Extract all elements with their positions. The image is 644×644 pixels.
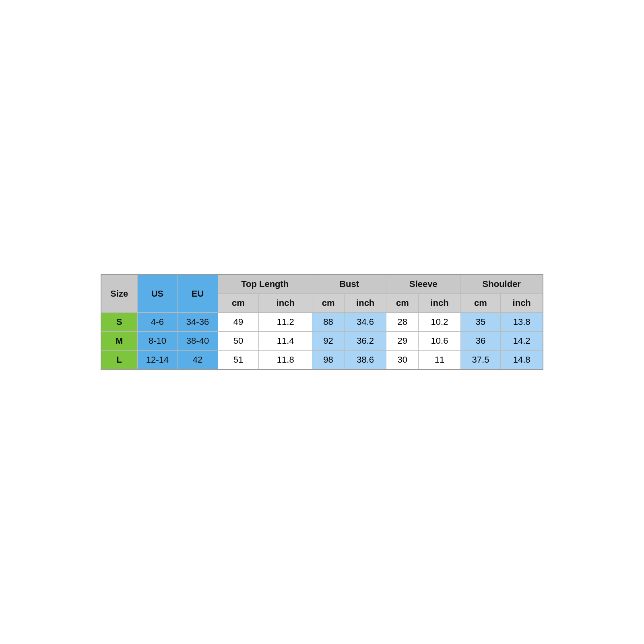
cell-sleeve-cm-0: 28 xyxy=(386,313,419,332)
cell-us-2: 12-14 xyxy=(137,351,178,370)
cell-toplength-inch-2: 11.8 xyxy=(259,351,312,370)
cell-size-0: S xyxy=(101,313,137,332)
header-bust: Bust xyxy=(312,275,386,294)
cell-sleeve-inch-1: 10.6 xyxy=(419,332,460,351)
cell-toplength-cm-2: 51 xyxy=(218,351,259,370)
cell-sleeve-cm-2: 30 xyxy=(386,351,419,370)
cell-bust-inch-0: 34.6 xyxy=(345,313,386,332)
cell-shoulder-cm-1: 36 xyxy=(460,332,501,351)
cell-toplength-cm-0: 49 xyxy=(218,313,259,332)
subheader-toplength-inch: inch xyxy=(259,294,312,313)
subheader-shoulder-inch: inch xyxy=(501,294,543,313)
cell-eu-2: 42 xyxy=(178,351,218,370)
size-chart-table: Size US EU Top Length Bust Sleeve Should… xyxy=(101,274,543,370)
cell-sleeve-cm-1: 29 xyxy=(386,332,419,351)
subheader-sleeve-cm: cm xyxy=(386,294,419,313)
cell-bust-cm-2: 98 xyxy=(312,351,345,370)
cell-bust-cm-1: 92 xyxy=(312,332,345,351)
cell-eu-1: 38-40 xyxy=(178,332,218,351)
cell-bust-inch-1: 36.2 xyxy=(345,332,386,351)
subheader-toplength-cm: cm xyxy=(218,294,259,313)
cell-sleeve-inch-0: 10.2 xyxy=(419,313,460,332)
cell-shoulder-inch-1: 14.2 xyxy=(501,332,543,351)
subheader-bust-cm: cm xyxy=(312,294,345,313)
header-sleeve: Sleeve xyxy=(386,275,460,294)
cell-size-1: M xyxy=(101,332,137,351)
cell-eu-0: 34-36 xyxy=(178,313,218,332)
header-eu: EU xyxy=(178,275,218,313)
cell-toplength-inch-0: 11.2 xyxy=(259,313,312,332)
cell-bust-cm-0: 88 xyxy=(312,313,345,332)
cell-sleeve-inch-2: 11 xyxy=(419,351,460,370)
cell-us-0: 4-6 xyxy=(137,313,178,332)
cell-bust-inch-2: 38.6 xyxy=(345,351,386,370)
cell-us-1: 8-10 xyxy=(137,332,178,351)
cell-shoulder-inch-0: 13.8 xyxy=(501,313,543,332)
cell-size-2: L xyxy=(101,351,137,370)
cell-toplength-inch-1: 11.4 xyxy=(259,332,312,351)
subheader-shoulder-cm: cm xyxy=(460,294,501,313)
subheader-sleeve-inch: inch xyxy=(419,294,460,313)
header-shoulder: Shoulder xyxy=(460,275,543,294)
header-top-length: Top Length xyxy=(218,275,312,294)
cell-shoulder-cm-2: 37.5 xyxy=(460,351,501,370)
cell-shoulder-inch-2: 14.8 xyxy=(501,351,543,370)
cell-toplength-cm-1: 50 xyxy=(218,332,259,351)
size-chart-wrapper: Size US EU Top Length Bust Sleeve Should… xyxy=(101,274,543,370)
cell-shoulder-cm-0: 35 xyxy=(460,313,501,332)
header-us: US xyxy=(137,275,178,313)
header-size: Size xyxy=(101,275,137,313)
subheader-bust-inch: inch xyxy=(345,294,386,313)
